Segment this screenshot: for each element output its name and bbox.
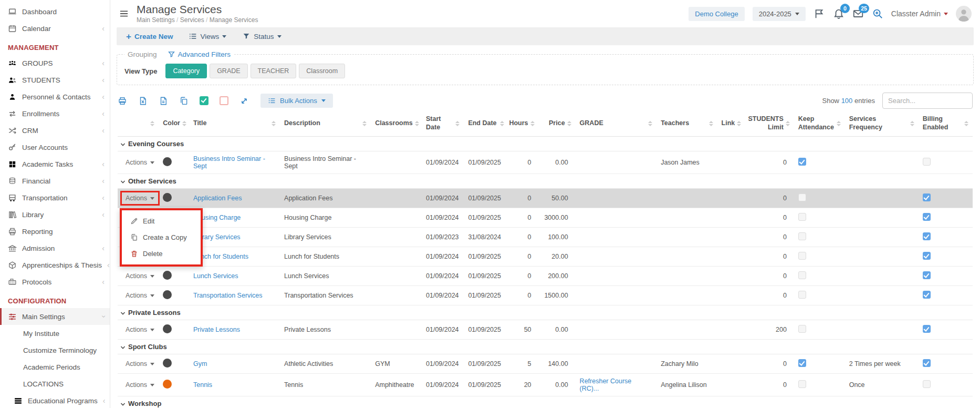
column-header-hours[interactable]: Hours bbox=[508, 112, 539, 137]
keep-attendance-checkbox-checked[interactable] bbox=[798, 158, 806, 166]
sidebar-item-user-accounts[interactable]: User Accounts bbox=[0, 139, 110, 156]
row-actions-button[interactable]: Actions bbox=[122, 290, 158, 301]
view-type-classroom[interactable]: Classroom bbox=[299, 64, 345, 78]
billing-enabled-checkbox-checked[interactable] bbox=[923, 232, 931, 240]
service-title-link[interactable]: Business Intro Seminar - Sept bbox=[193, 155, 265, 170]
user-menu[interactable]: Classter Admin bbox=[891, 9, 948, 18]
billing-enabled-checkbox-checked[interactable] bbox=[923, 213, 931, 221]
export-excel-icon[interactable] bbox=[138, 96, 148, 106]
entries-count[interactable]: 100 bbox=[841, 97, 853, 105]
sidebar-item-calendar[interactable]: Calendar‹ bbox=[0, 20, 110, 37]
row-actions-button[interactable]: Actions bbox=[122, 270, 158, 282]
column-header-students-limit[interactable]: STUDENTS Limit bbox=[745, 112, 794, 137]
sidebar-item-locations[interactable]: LOCATIONS bbox=[0, 375, 110, 392]
column-header-billing-enabled[interactable]: Billing Enabled bbox=[919, 112, 973, 137]
keep-attendance-checkbox-unchecked[interactable] bbox=[798, 271, 806, 279]
global-search-button[interactable] bbox=[872, 8, 883, 19]
column-header-classrooms[interactable]: Classrooms bbox=[371, 112, 422, 137]
service-title-link[interactable]: Transportation Services bbox=[193, 292, 263, 299]
billing-enabled-checkbox-checked[interactable] bbox=[923, 359, 931, 367]
row-actions-button[interactable]: Actions bbox=[122, 324, 158, 335]
row-actions-button[interactable]: Actions bbox=[122, 157, 158, 168]
column-header-teachers[interactable]: Teachers bbox=[656, 112, 717, 137]
keep-attendance-checkbox-checked[interactable] bbox=[798, 359, 806, 367]
sidebar-item-customize-terminology[interactable]: Customize Terminology bbox=[0, 342, 110, 359]
copy-icon[interactable] bbox=[179, 96, 189, 106]
academic-year-dropdown[interactable]: 2024-2025 bbox=[753, 7, 806, 21]
sidebar-item-my-institute[interactable]: My Institute bbox=[0, 325, 110, 342]
column-header-end-date[interactable]: End Date bbox=[464, 112, 508, 137]
group-row-sport-clubs[interactable]: Sport Clubs bbox=[118, 340, 973, 354]
menu-item-create-a-copy[interactable]: Create a Copy bbox=[122, 229, 201, 246]
flag-button[interactable] bbox=[814, 8, 825, 19]
billing-enabled-checkbox-checked[interactable] bbox=[923, 193, 931, 201]
messages-button[interactable]: 25 bbox=[852, 8, 864, 19]
keep-attendance-checkbox-unchecked[interactable] bbox=[798, 232, 806, 240]
column-header-price[interactable]: Price bbox=[539, 112, 576, 137]
billing-enabled-checkbox-checked[interactable] bbox=[923, 252, 931, 260]
status-dropdown[interactable]: Status bbox=[242, 32, 281, 40]
print-icon[interactable] bbox=[118, 96, 127, 106]
sidebar-item-enrollments[interactable]: Enrollments‹ bbox=[0, 105, 110, 122]
sidebar-item-academic-tasks[interactable]: Academic Tasks‹ bbox=[0, 156, 110, 172]
sidebar-item-crm[interactable]: CRM‹ bbox=[0, 122, 110, 139]
service-grade-link[interactable]: Refresher Course (RC)... bbox=[580, 378, 632, 392]
breadcrumb-item[interactable]: Main Settings bbox=[137, 16, 180, 24]
billing-enabled-checkbox-unchecked[interactable] bbox=[923, 158, 931, 166]
search-input[interactable] bbox=[882, 93, 973, 109]
views-dropdown[interactable]: Views bbox=[189, 32, 226, 40]
service-title-link[interactable]: Gym bbox=[193, 360, 207, 368]
sidebar-item-reporting[interactable]: Reporting bbox=[0, 223, 110, 240]
column-header-actions[interactable] bbox=[118, 112, 159, 137]
keep-attendance-checkbox-unchecked[interactable] bbox=[798, 252, 806, 260]
column-header-link[interactable]: Link bbox=[717, 112, 746, 137]
group-row-private-lessons[interactable]: Private Lessons bbox=[118, 305, 973, 320]
group-row-workshop[interactable]: Workshop bbox=[118, 396, 973, 408]
sidebar-item-main-settings[interactable]: Main Settings‹ bbox=[0, 308, 110, 325]
sidebar-item-transportation[interactable]: Transportation‹ bbox=[0, 189, 110, 206]
expand-icon[interactable] bbox=[239, 96, 249, 106]
sidebar-item-library[interactable]: Library‹ bbox=[0, 206, 110, 223]
service-title-link[interactable]: Lunch Services bbox=[193, 272, 238, 280]
row-actions-button[interactable]: Actions bbox=[122, 358, 158, 370]
keep-attendance-checkbox-unchecked[interactable] bbox=[798, 291, 806, 299]
breadcrumb-item[interactable]: Services bbox=[180, 16, 210, 24]
service-title-link[interactable]: Tennis bbox=[193, 381, 212, 389]
deselect-all-checkbox[interactable] bbox=[220, 96, 228, 105]
hamburger-menu-icon[interactable] bbox=[119, 8, 129, 19]
billing-enabled-checkbox-checked[interactable] bbox=[923, 271, 931, 279]
column-header-services-frequency[interactable]: Services Frequency bbox=[845, 112, 919, 137]
institute-button[interactable]: Demo College bbox=[689, 7, 744, 21]
view-type-category[interactable]: Category bbox=[165, 64, 207, 78]
service-title-link[interactable]: Application Fees bbox=[193, 195, 242, 202]
avatar[interactable] bbox=[956, 6, 972, 22]
advanced-filters-link[interactable]: Advanced Filters bbox=[168, 50, 231, 58]
sidebar-item-financial[interactable]: Financial‹ bbox=[0, 172, 110, 189]
keep-attendance-checkbox-unchecked[interactable] bbox=[798, 213, 806, 221]
sidebar-item-groups[interactable]: GROUPS‹ bbox=[0, 55, 110, 72]
column-header-start-date[interactable]: Start Date bbox=[422, 112, 464, 137]
sidebar-item-educational-programs[interactable]: Educational Programs‹ bbox=[0, 392, 110, 408]
service-title-link[interactable]: Private Lessons bbox=[193, 326, 240, 333]
sidebar-item-admission[interactable]: Admission‹ bbox=[0, 240, 110, 257]
bulk-actions-button[interactable]: Bulk Actions bbox=[260, 94, 333, 108]
sidebar-item-academic-periods[interactable]: Academic Periods bbox=[0, 359, 110, 375]
export-pdf-icon[interactable] bbox=[159, 96, 168, 106]
billing-enabled-checkbox-checked[interactable] bbox=[923, 325, 931, 333]
sidebar-item-personnel-contacts[interactable]: Personnel & Contacts‹ bbox=[0, 88, 110, 105]
create-new-button[interactable]: +Create New bbox=[126, 32, 173, 41]
billing-enabled-checkbox-checked[interactable] bbox=[923, 291, 931, 299]
notifications-button[interactable]: 0 bbox=[833, 8, 845, 19]
view-type-grade[interactable]: GRADE bbox=[210, 64, 247, 78]
column-header-grade[interactable]: GRADE bbox=[576, 112, 657, 137]
keep-attendance-checkbox-unchecked[interactable] bbox=[798, 380, 806, 388]
column-header-keep-attendance[interactable]: Keep Attendance bbox=[794, 112, 845, 137]
column-header-title[interactable]: Title bbox=[189, 112, 280, 137]
keep-attendance-checkbox-unchecked[interactable] bbox=[798, 193, 806, 201]
billing-enabled-checkbox-unchecked[interactable] bbox=[923, 380, 931, 388]
group-row-other-services[interactable]: Other Services bbox=[118, 174, 973, 189]
select-all-checkbox[interactable] bbox=[200, 96, 208, 105]
sidebar-item-students[interactable]: STUDENTS‹ bbox=[0, 72, 110, 88]
column-header-description[interactable]: Description bbox=[280, 112, 371, 137]
menu-item-delete[interactable]: Delete bbox=[122, 246, 201, 262]
